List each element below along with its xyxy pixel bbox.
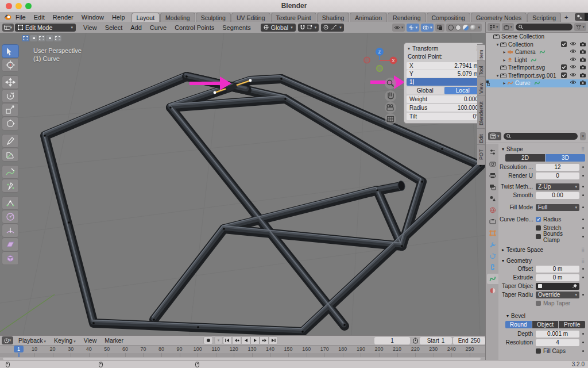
properties-tab-modifiers[interactable] — [487, 239, 498, 250]
properties-tab-tool[interactable] — [487, 147, 498, 158]
editor-type-button[interactable]: ▾ — [2, 24, 14, 32]
offset-field[interactable]: 0 m — [536, 266, 579, 273]
viewport-menu-view[interactable]: View — [79, 24, 101, 31]
smooth-field[interactable]: 0.00 — [536, 192, 579, 199]
selectable-checkbox[interactable] — [561, 41, 567, 47]
collapse-icon[interactable]: ▸ — [502, 247, 504, 252]
radius-field[interactable]: Radius100.000 — [407, 104, 481, 112]
selectable-checkbox[interactable] — [561, 72, 567, 78]
outliner-item-label[interactable]: Light — [514, 57, 527, 63]
z-coordinate-field-editing[interactable]: 1 — [407, 78, 481, 86]
select-mode-intersect[interactable] — [54, 35, 61, 41]
tool-randomize[interactable] — [2, 251, 19, 265]
global-button[interactable]: Global — [407, 87, 444, 94]
timeline-editor-type-button[interactable]: ▾ — [2, 336, 13, 344]
bevel-depth-field[interactable]: 0.001 m — [536, 331, 579, 338]
next-keyframe-button[interactable] — [260, 336, 269, 344]
tool-scale[interactable] — [2, 103, 19, 117]
section-drag-handle[interactable]: ⣿ — [581, 147, 585, 152]
gizmo-y-axis[interactable] — [377, 66, 382, 71]
use-preview-range-icon[interactable] — [412, 338, 419, 344]
outliner-row-collection[interactable]: ▾Collection — [486, 41, 588, 49]
properties-filter-button[interactable]: ▾ — [580, 132, 586, 140]
outliner-display-mode-button[interactable]: ▾ — [488, 23, 500, 31]
hide-render-toggle[interactable] — [579, 49, 586, 54]
weight-field[interactable]: Weight0.000 — [407, 95, 481, 103]
2d-button[interactable]: 2D — [505, 154, 545, 162]
outliner-item-label[interactable]: TrefImport.svg.001 — [508, 72, 556, 79]
tool-annotate[interactable] — [2, 134, 19, 148]
fill-caps-checkbox[interactable] — [536, 348, 541, 354]
collapse-icon[interactable]: ▾ — [408, 46, 410, 51]
workspace-tab-shading[interactable]: Shading — [317, 13, 350, 22]
hide-viewport-toggle[interactable] — [570, 80, 577, 85]
expander-icon[interactable]: ▸ — [502, 57, 507, 63]
prev-keyframe-button[interactable] — [232, 336, 241, 344]
menu-window[interactable]: Window — [78, 14, 108, 21]
viewport-menu-control-points[interactable]: Control Points — [171, 24, 218, 31]
shading-solid-icon[interactable] — [455, 25, 461, 30]
properties-editor-type-button[interactable]: ▾ — [488, 132, 501, 140]
outliner-item-label[interactable]: Curve — [515, 80, 531, 86]
properties-tab-scene[interactable] — [487, 193, 498, 204]
viewport-menu-segments[interactable]: Segments — [218, 24, 255, 31]
workspace-tab-scripting[interactable]: Scripting — [527, 13, 561, 22]
mode-selector[interactable]: Edit Mode ▾ — [15, 24, 76, 32]
shading-wireframe-icon[interactable] — [448, 25, 454, 30]
playhead-badge[interactable]: 1 — [14, 346, 24, 352]
current-frame-field[interactable]: 1 — [374, 337, 410, 344]
hide-render-toggle[interactable] — [579, 72, 586, 78]
bevel-resolution-field[interactable]: 4 — [536, 339, 579, 346]
hide-render-toggle[interactable] — [579, 80, 586, 85]
workspace-tab-layout[interactable]: Layout — [131, 13, 160, 22]
radius-checkbox[interactable] — [536, 217, 541, 222]
outliner-row-light[interactable]: ▸Light — [486, 56, 588, 64]
properties-tab-physics[interactable] — [487, 251, 498, 261]
twist-method-dropdown[interactable]: Z-Up▾ — [536, 183, 579, 190]
toggle-ortho-button[interactable] — [385, 113, 396, 125]
workspace-tab-animation[interactable]: Animation — [350, 13, 387, 22]
scene-name[interactable]: Scene — [585, 13, 588, 21]
outliner-item-label[interactable]: TrefImport.svg — [508, 64, 545, 71]
3d-button[interactable]: 3D — [546, 154, 585, 162]
bounds-clamp-checkbox[interactable] — [536, 234, 541, 239]
menu-file[interactable]: File — [11, 14, 30, 21]
hide-render-toggle[interactable] — [579, 57, 586, 62]
properties-tab-view-layer[interactable] — [487, 182, 498, 192]
section-drag-handle[interactable]: ⣿ — [581, 247, 585, 252]
tool-curve-pen[interactable] — [2, 179, 19, 193]
outliner-row-camera[interactable]: ▸Camera — [486, 48, 588, 56]
shading-rendered-icon[interactable] — [470, 25, 476, 30]
menu-edit[interactable]: Edit — [30, 14, 49, 21]
collapse-icon[interactable]: ▾ — [502, 258, 504, 263]
transform-orientation-dropdown[interactable]: Global ▾ — [261, 24, 296, 32]
hide-viewport-toggle[interactable] — [570, 72, 577, 78]
bevel-profile-button[interactable]: Profile — [559, 321, 585, 328]
outliner-search-input[interactable] — [516, 24, 572, 30]
tool-rotate[interactable] — [2, 89, 19, 103]
tool-shear[interactable] — [2, 237, 19, 251]
play-reverse-button[interactable] — [241, 336, 250, 344]
pan-view-button[interactable] — [385, 90, 396, 102]
expander-icon[interactable]: ▸ — [502, 80, 507, 86]
hide-render-toggle[interactable] — [579, 64, 586, 70]
menu-help[interactable]: Help — [108, 14, 129, 21]
show-gizmo-dropdown[interactable]: ▾ — [392, 24, 405, 32]
viewport-menu-select[interactable]: Select — [101, 24, 127, 31]
hide-viewport-toggle[interactable] — [570, 41, 577, 47]
tilt-field[interactable]: Tilt0° — [407, 113, 481, 120]
properties-tab-collection[interactable] — [487, 216, 498, 227]
properties-tab-constraints[interactable] — [487, 262, 498, 273]
jump-to-start-button[interactable] — [223, 336, 232, 344]
timeline-menu-keying[interactable]: Keying ▾ — [50, 337, 80, 344]
local-button[interactable]: Local — [444, 87, 482, 94]
extrude-field[interactable]: 0 m — [536, 274, 579, 281]
collapse-icon[interactable]: ▾ — [502, 147, 504, 152]
properties-tab-world[interactable] — [487, 205, 498, 215]
map-taper-checkbox[interactable] — [536, 301, 541, 306]
overlays-toggle[interactable]: ▾ — [421, 24, 434, 32]
properties-tab-render[interactable] — [487, 159, 498, 169]
workspace-tab-uv-editing[interactable]: UV Editing — [231, 13, 270, 22]
select-mode-invert[interactable] — [46, 35, 53, 41]
proportional-editing-controls[interactable]: ▾ — [321, 24, 344, 32]
